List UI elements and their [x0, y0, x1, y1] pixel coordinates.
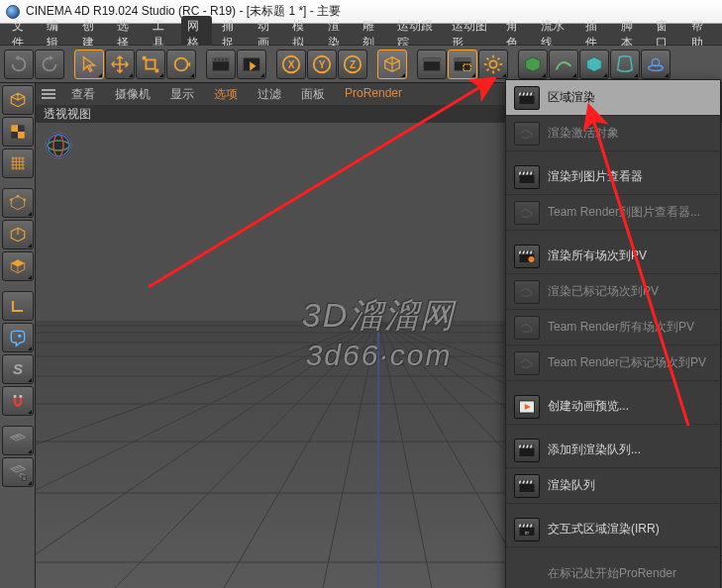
svg-rect-20: [455, 57, 471, 61]
clapper-icon: [514, 474, 540, 498]
make-editable-button[interactable]: [2, 85, 34, 115]
render-menu-label: 区域渲染: [548, 89, 595, 106]
edge-mode-button[interactable]: [2, 220, 34, 249]
viewport-menu-面板[interactable]: 面板: [293, 84, 333, 105]
render-menu-item: 在标记处开始ProRender: [506, 555, 720, 588]
main-menu-bar: 文件编辑创建选择工具网格捕捉动画模拟渲染雕刻运动跟踪运动图形角色流水线插件脚本窗…: [0, 24, 722, 46]
play-button[interactable]: [237, 49, 266, 79]
environment-button[interactable]: [641, 49, 670, 79]
render-menu-item[interactable]: 创建动画预览...: [506, 389, 720, 425]
svg-point-46: [23, 198, 25, 201]
render-menu-label: Team Render已标记场次到PV: [548, 354, 706, 371]
viewport-menu-ProRender[interactable]: ProRender: [337, 84, 410, 105]
orientation-gizmo-icon[interactable]: [44, 131, 73, 160]
render-menu-item[interactable]: 渲染所有场次到PV: [506, 239, 720, 274]
clapper-icon: [514, 86, 540, 110]
svg-point-9: [226, 58, 228, 60]
svg-rect-51: [20, 395, 23, 398]
svg-text:Y: Y: [319, 58, 326, 69]
left-tool-palette: S: [0, 83, 36, 588]
snap-s-button[interactable]: S: [2, 354, 34, 384]
workplane-1-button[interactable]: [2, 426, 34, 455]
render-menu-item: 渲染激活对象: [506, 116, 720, 151]
svg-point-6: [215, 58, 217, 60]
x-axis-button[interactable]: X: [276, 49, 306, 79]
scale-tool-button[interactable]: [136, 49, 165, 79]
viewport-menu-摄像机[interactable]: 摄像机: [107, 84, 158, 105]
deformer-button[interactable]: [610, 49, 640, 79]
svg-rect-58: [22, 476, 26, 480]
render-menu-item: Team Render所有场次到PV: [506, 310, 720, 345]
primitive-button[interactable]: [518, 49, 548, 79]
model-mode-button[interactable]: [2, 117, 34, 147]
keyframe-button[interactable]: [206, 49, 236, 79]
snap-magnet-button[interactable]: [2, 386, 34, 416]
redo-button[interactable]: [35, 49, 64, 79]
viewport-menu-查看[interactable]: 查看: [63, 84, 103, 105]
svg-point-45: [17, 195, 20, 198]
render-menu-item[interactable]: 渲染到图片查看器: [506, 159, 720, 195]
svg-line-29: [487, 68, 489, 70]
render-menu-label: 交互式区域渲染(IRR): [548, 521, 660, 538]
svg-text:Z: Z: [350, 58, 356, 69]
generator-button[interactable]: [579, 49, 609, 79]
render-menu-label: 渲染激活对象: [548, 125, 619, 142]
render-menu-item[interactable]: irr交互式区域渲染(IRR): [506, 512, 720, 547]
swirl-icon: [514, 351, 540, 375]
polygon-mode-button[interactable]: [2, 251, 34, 281]
swirl-icon: [514, 316, 540, 340]
viewport-solo-button[interactable]: [2, 323, 34, 352]
move-tool-button[interactable]: [105, 49, 135, 79]
svg-rect-1: [143, 55, 147, 59]
viewport-menu-显示[interactable]: 显示: [162, 84, 202, 105]
render-menu-item[interactable]: 区域渲染: [506, 80, 720, 116]
texture-mode-button[interactable]: [2, 148, 34, 178]
axis-button[interactable]: [2, 291, 34, 321]
svg-point-3: [175, 57, 188, 70]
z-axis-button[interactable]: Z: [338, 49, 367, 79]
rotate-tool-button[interactable]: [166, 49, 196, 79]
undo-button[interactable]: [4, 49, 34, 79]
svg-point-48: [18, 335, 21, 338]
render-menu-label: 创建动画预览...: [548, 398, 629, 415]
svg-point-85: [46, 133, 71, 158]
render-menu-item: Team Render到图片查看器...: [506, 195, 720, 231]
svg-point-7: [218, 58, 220, 60]
svg-rect-34: [18, 125, 25, 132]
render-menu-item: Team Render已标记场次到PV: [506, 345, 720, 381]
render-menu-item[interactable]: 渲染队列: [506, 468, 720, 504]
svg-line-27: [487, 57, 489, 59]
svg-rect-111: [520, 483, 535, 491]
render-menu-label: Team Render所有场次到PV: [548, 319, 694, 336]
render-dropdown-menu: 区域渲染渲染激活对象渲染到图片查看器Team Render到图片查看器...渲染…: [505, 79, 721, 588]
point-mode-button[interactable]: [2, 188, 34, 218]
workplane-2-button[interactable]: [2, 457, 34, 487]
render-settings-button[interactable]: [478, 49, 508, 79]
render-view-button[interactable]: [417, 49, 447, 79]
y-axis-button[interactable]: Y: [307, 49, 337, 79]
viewport-hamburger-icon[interactable]: [42, 89, 55, 99]
svg-rect-50: [14, 395, 16, 398]
render-menu-button[interactable]: [448, 49, 477, 79]
clapper-icon: [514, 165, 540, 189]
svg-rect-106: [520, 447, 535, 455]
render-menu-item[interactable]: 添加到渲染队列...: [506, 433, 720, 468]
swirl-icon: [514, 122, 540, 146]
viewport-menu-选项[interactable]: 选项: [206, 84, 246, 105]
render-menu-label: 渲染队列: [548, 477, 595, 494]
pointer-tool-button[interactable]: [74, 49, 104, 79]
svg-line-28: [498, 68, 500, 70]
coord-system-button[interactable]: [377, 49, 407, 79]
clapper-orange-icon: [514, 245, 540, 268]
svg-text:X: X: [288, 58, 295, 69]
svg-point-22: [489, 60, 496, 67]
spline-button[interactable]: [549, 49, 578, 79]
clapper-irr-icon: irr: [514, 518, 540, 541]
svg-text:irr: irr: [525, 530, 529, 535]
svg-line-30: [498, 57, 500, 59]
svg-point-8: [222, 58, 224, 60]
svg-rect-33: [11, 125, 18, 132]
main-toolbar: X Y Z: [0, 46, 722, 83]
render-menu-label: 添加到渲染队列...: [548, 441, 641, 458]
viewport-menu-过滤[interactable]: 过滤: [250, 84, 289, 105]
